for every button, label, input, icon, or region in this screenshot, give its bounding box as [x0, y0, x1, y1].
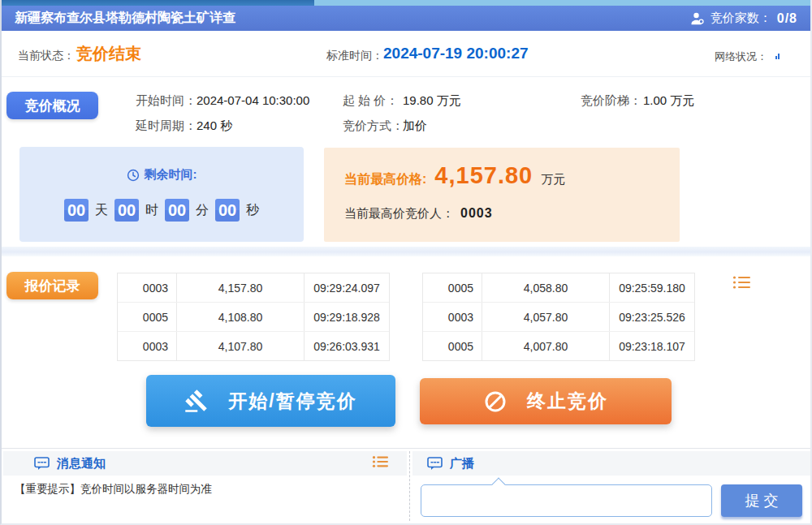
- bid-row: 0003 4,107.80 09:26:03.931: [118, 332, 389, 360]
- bid-price: 4,107.80: [177, 332, 304, 360]
- unit-hour: 时: [145, 202, 158, 219]
- broadcast-icon: [427, 457, 443, 471]
- bid-row: 0005 4,007.80 09:23:18.107: [423, 332, 694, 360]
- bid-bidder: 0005: [118, 303, 177, 331]
- delay-label: 延时周期：: [136, 118, 197, 134]
- start-pause-button[interactable]: 开始/暂停竞价: [146, 375, 395, 427]
- method-value: 加价: [403, 118, 427, 134]
- bid-row: 0005 4,058.80 09:25:59.180: [423, 273, 694, 303]
- bidders-label: 竞价家数：: [710, 11, 771, 26]
- highest-price-row: 当前最高价格: 4,157.80 万元: [344, 162, 565, 189]
- notice-header: 消息通知: [3, 451, 407, 476]
- broadcast-input[interactable]: [421, 484, 712, 517]
- notice-message: 【重要提示】竞价时间以服务器时间为准: [15, 482, 212, 497]
- start-time-label: 开始时间：: [136, 93, 197, 109]
- highest-bidder-value: 0003: [460, 206, 493, 221]
- top-progress-bar: [2, 0, 314, 6]
- page-title: 新疆察布查尔县塔勒德村陶瓷土矿详查: [15, 10, 235, 27]
- overview-badge: 竞价概况: [6, 92, 98, 119]
- time-label: 标准时间：: [326, 49, 383, 63]
- bid-price: 4,058.80: [482, 273, 610, 302]
- unit-day: 天: [95, 202, 108, 219]
- terminate-label: 终止竞价: [527, 389, 608, 414]
- start-time-value: 2024-07-04 10:30:00: [197, 93, 309, 107]
- notice-title: 消息通知: [57, 456, 106, 471]
- records-list-icon[interactable]: [732, 275, 751, 293]
- bid-time: 09:23:18.107: [610, 332, 694, 360]
- broadcast-title: 广播: [450, 456, 474, 471]
- bid-bidder: 0003: [423, 303, 482, 331]
- state-label: 当前状态：: [18, 49, 75, 63]
- bidder-count: 竞价家数： 0/8: [689, 11, 797, 26]
- message-icon: [34, 457, 50, 471]
- bid-bidder: 0003: [118, 332, 177, 360]
- bid-time: 09:29:18.928: [304, 303, 389, 331]
- network-label: 网络状况：: [715, 49, 767, 64]
- highest-price-panel: 当前最高价格: 4,157.80 万元 当前最高价竞价人： 0003: [324, 148, 680, 242]
- bid-bidder: 0005: [423, 273, 482, 302]
- highest-price-unit: 万元: [541, 172, 565, 187]
- prohibition-icon: [483, 389, 508, 414]
- bid-time: 09:23:25.526: [610, 303, 694, 331]
- bidders-icon: [689, 11, 705, 26]
- bottom-column-divider: [409, 451, 410, 521]
- countdown-panel: 剩余时间: 00 天 00 时 00 分 00 秒: [19, 147, 304, 242]
- countdown-label: 剩余时间:: [145, 167, 197, 183]
- countdown-hours: 00: [114, 199, 139, 222]
- bid-row: 0003 4,057.80 09:23:25.526: [423, 303, 694, 332]
- bid-bidder: 0003: [118, 273, 177, 302]
- countdown-digits: 00 天 00 时 00 分 00 秒: [64, 199, 259, 222]
- countdown-minutes: 00: [165, 199, 189, 222]
- divider-line: [2, 76, 810, 77]
- section-divider: [2, 247, 810, 256]
- step-label: 竞价阶梯：: [581, 93, 641, 109]
- highest-price-value: 4,157.80: [434, 162, 533, 189]
- bid-row: 0005 4,108.80 09:29:18.928: [118, 303, 389, 332]
- unit-minute: 分: [196, 202, 209, 219]
- unit-second: 秒: [246, 202, 259, 219]
- highest-bidder-row: 当前最高价竞价人： 0003: [344, 206, 493, 222]
- standard-time: 2024-07-19 20:00:27: [383, 45, 529, 62]
- countdown-seconds: 00: [215, 199, 240, 222]
- state-value: 竞价结束: [76, 43, 141, 65]
- auction-page: 新疆察布查尔县塔勒德村陶瓷土矿详查 竞价家数： 0/8 当前状态： 竞价结束 标…: [0, 0, 812, 525]
- clock-icon: [127, 169, 140, 182]
- bid-table-right: 0005 4,058.80 09:25:59.180 0003 4,057.80…: [422, 273, 695, 361]
- bid-price: 4,057.80: [482, 303, 610, 331]
- highest-bidder-label: 当前最高价竞价人：: [344, 206, 454, 222]
- bidders-value: 0/8: [777, 11, 797, 26]
- submit-button[interactable]: 提 交: [721, 484, 802, 517]
- countdown-title: 剩余时间:: [127, 167, 197, 183]
- countdown-days: 00: [64, 199, 89, 222]
- bid-table-left: 0003 4,157.80 09:29:24.097 0005 4,108.80…: [117, 273, 390, 361]
- bid-time: 09:26:03.931: [304, 332, 389, 360]
- highest-price-label: 当前最高价格:: [344, 171, 426, 188]
- broadcast-header: 广播: [412, 451, 812, 476]
- bid-time: 09:25:59.180: [610, 273, 694, 302]
- network-signal-icon: [775, 54, 780, 59]
- base-price-label: 起 始 价：: [343, 93, 398, 109]
- notice-list-icon[interactable]: [372, 455, 389, 471]
- bid-time: 09:29:24.097: [304, 273, 389, 302]
- gavel-icon: [184, 389, 209, 413]
- step-value: 1.00 万元: [643, 93, 694, 109]
- method-label: 竞价方式：: [343, 118, 404, 134]
- base-price-value: 19.80 万元: [403, 93, 461, 109]
- bid-row: 0003 4,157.80 09:29:24.097: [118, 273, 389, 303]
- bid-price: 4,157.80: [177, 273, 304, 302]
- bid-bidder: 0005: [423, 332, 482, 360]
- top-strip: [2, 0, 810, 6]
- bid-price: 4,108.80: [177, 303, 304, 331]
- delay-value: 240 秒: [197, 118, 232, 134]
- broadcast-input-wrap: [421, 484, 712, 517]
- bottom-divider-line: [2, 448, 810, 449]
- bid-records-badge: 报价记录: [6, 272, 98, 299]
- title-bar: 新疆察布查尔县塔勒德村陶瓷土矿详查 竞价家数： 0/8: [2, 6, 810, 31]
- start-pause-label: 开始/暂停竞价: [228, 389, 356, 414]
- bid-price: 4,007.80: [482, 332, 610, 360]
- terminate-button[interactable]: 终止竞价: [420, 378, 672, 424]
